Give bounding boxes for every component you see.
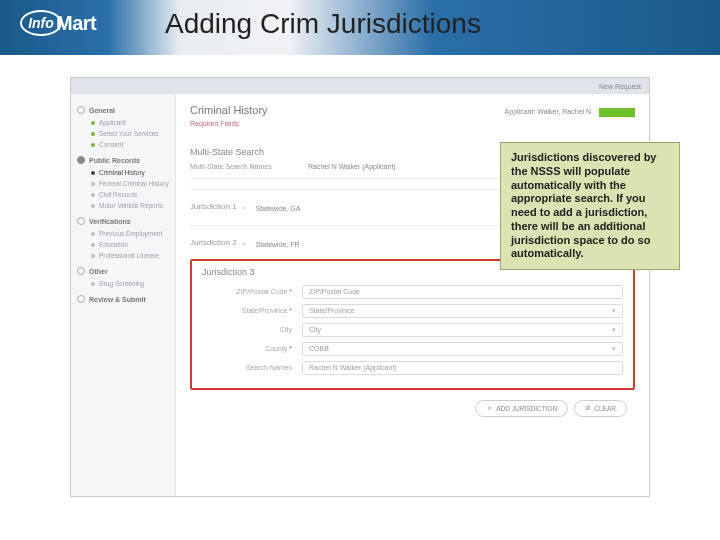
caret-down-icon: ▾ (612, 326, 616, 334)
field-search-names: Search Names Rachel N Walker (Applicant) (202, 361, 623, 375)
caret-down-icon: ▾ (612, 307, 616, 315)
breadcrumb: New Request (71, 78, 649, 94)
sidebar-item-drug-screening[interactable]: Drug Screening (77, 278, 169, 289)
state-select[interactable]: State/Province▾ (302, 304, 623, 318)
field-city: City City▾ (202, 323, 623, 337)
page-title: Criminal History (190, 104, 268, 116)
slide-content: New Request General Applicant Select You… (0, 55, 720, 497)
sidebar-group-public-records[interactable]: Public Records (77, 156, 169, 164)
chevron-down-icon: ⌄ (241, 238, 248, 247)
footer-buttons: ＋ADD JURISDICTION ⊘CLEAR (190, 400, 635, 417)
sidebar-group-other[interactable]: Other (77, 267, 169, 275)
sidebar-item-prof-license[interactable]: Professional License (77, 250, 169, 261)
caret-down-icon: ▾ (612, 345, 616, 353)
add-jurisdiction-button[interactable]: ＋ADD JURISDICTION (475, 400, 568, 417)
sidebar-item-consent[interactable]: Consent (77, 139, 169, 150)
app-frame: New Request General Applicant Select You… (70, 77, 650, 497)
breadcrumb-path[interactable]: New Request (599, 83, 641, 90)
search-names-input[interactable]: Rachel N Walker (Applicant) (302, 361, 623, 375)
field-zip: ZIP/Postal Code * ZIP/Postal Code (202, 285, 623, 299)
chevron-down-icon: ⌄ (241, 202, 248, 211)
cancel-icon: ⊘ (585, 404, 591, 412)
main-header: Criminal History Applicant: Walker, Rach… (190, 104, 635, 117)
slide-title: Adding Crim Jurisdictions (165, 8, 481, 40)
sidebar-item-civil-records[interactable]: Civil Records (77, 189, 169, 200)
sidebar-group-review-submit[interactable]: Review & Submit (77, 295, 169, 303)
sidebar-group-general[interactable]: General (77, 106, 169, 114)
status-badge (599, 108, 635, 117)
logo-text: Mart (56, 12, 96, 35)
county-select[interactable]: COBB▾ (302, 342, 623, 356)
sidebar-item-motor-vehicle[interactable]: Motor Vehicle Reports (77, 200, 169, 211)
sidebar-item-prev-employment[interactable]: Previous Employment (77, 228, 169, 239)
sidebar: General Applicant Select Your Services C… (71, 94, 176, 496)
slide-header: Info Mart Adding Crim Jurisdictions (0, 0, 720, 55)
sidebar-item-criminal-history[interactable]: Criminal History (77, 167, 169, 178)
zip-input[interactable]: ZIP/Postal Code (302, 285, 623, 299)
plus-icon: ＋ (486, 404, 493, 413)
sidebar-item-applicant[interactable]: Applicant (77, 117, 169, 128)
city-select[interactable]: City▾ (302, 323, 623, 337)
jurisdiction-3-highlight: Jurisdiction 3 ZIP/Postal Code * ZIP/Pos… (190, 259, 635, 390)
applicant-info: Applicant: Walker, Rachel N. (505, 108, 635, 117)
field-county: County * COBB▾ (202, 342, 623, 356)
sidebar-item-education[interactable]: Education (77, 239, 169, 250)
field-state: State/Province * State/Province▾ (202, 304, 623, 318)
sidebar-item-select-services[interactable]: Select Your Services (77, 128, 169, 139)
callout-note: Jurisdictions discovered by the NSSS wil… (500, 142, 680, 270)
sidebar-group-verifications[interactable]: Verifications (77, 217, 169, 225)
sidebar-item-federal-criminal[interactable]: Federal Criminal History (77, 178, 169, 189)
logo: Info Mart (20, 10, 96, 36)
clear-button[interactable]: ⊘CLEAR (574, 400, 627, 417)
required-fields-link[interactable]: Required Fields (190, 120, 239, 127)
